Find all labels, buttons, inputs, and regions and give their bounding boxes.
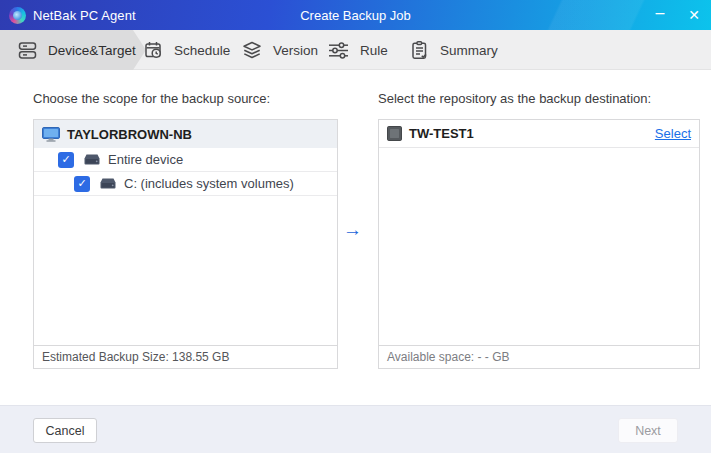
tab-label: Device&Target bbox=[48, 43, 136, 58]
summary-icon bbox=[408, 39, 431, 62]
estimated-backup-size: Estimated Backup Size: 138.55 GB bbox=[34, 345, 337, 368]
tab-label: Version bbox=[273, 43, 318, 58]
minimize-icon[interactable]: – bbox=[643, 0, 677, 30]
tab-rule[interactable]: Rule bbox=[326, 30, 388, 70]
entire-device-checkbox[interactable]: ✓ bbox=[58, 152, 74, 168]
tab-schedule[interactable]: Schedule bbox=[142, 30, 230, 70]
backup-destination-panel: TW-TEST1 Select Available space: - - GB bbox=[378, 119, 700, 369]
tree-row-c-volume[interactable]: ✓ C: (includes system volumes) bbox=[34, 172, 337, 196]
nas-icon bbox=[387, 126, 402, 141]
netbak-logo-icon bbox=[9, 7, 26, 24]
cancel-button[interactable]: Cancel bbox=[33, 418, 97, 443]
titlebar: NetBak PC Agent Create Backup Job – ✕ bbox=[0, 0, 711, 30]
rule-icon bbox=[326, 39, 351, 62]
drive-icon bbox=[84, 154, 100, 165]
device-target-icon bbox=[16, 39, 39, 62]
app-name: NetBak PC Agent bbox=[33, 8, 136, 23]
transfer-arrow-icon: → bbox=[343, 219, 362, 241]
source-device-name: TAYLORBROWN-NB bbox=[67, 127, 192, 142]
backup-source-panel: TAYLORBROWN-NB ✓ Entire device ✓ C: bbox=[33, 119, 338, 369]
tree-row-label: C: (includes system volumes) bbox=[124, 176, 294, 191]
source-panel-empty-area bbox=[34, 196, 337, 345]
tree-row-label: Entire device bbox=[108, 152, 183, 167]
available-space: Available space: - - GB bbox=[379, 345, 699, 368]
drive-icon bbox=[100, 178, 116, 189]
tree-row-entire-device[interactable]: ✓ Entire device bbox=[34, 148, 337, 172]
schedule-icon bbox=[142, 39, 165, 62]
c-volume-checkbox[interactable]: ✓ bbox=[74, 176, 90, 192]
version-icon bbox=[240, 39, 264, 62]
tab-version[interactable]: Version bbox=[240, 30, 318, 70]
action-bar: Cancel Next bbox=[0, 405, 711, 453]
destination-heading: Select the repository as the backup dest… bbox=[378, 91, 651, 106]
window-controls: – ✕ bbox=[643, 0, 711, 30]
main-content: Choose the scope for the backup source: … bbox=[0, 71, 711, 405]
tab-label: Schedule bbox=[174, 43, 230, 58]
wizard-step-bar: Device&Target Schedule bbox=[0, 30, 711, 70]
tab-label: Rule bbox=[360, 43, 388, 58]
select-repository-link[interactable]: Select bbox=[655, 126, 691, 141]
close-icon[interactable]: ✕ bbox=[677, 0, 711, 30]
source-device-row[interactable]: TAYLORBROWN-NB bbox=[34, 120, 337, 148]
destination-repository-name: TW-TEST1 bbox=[409, 126, 474, 141]
destination-panel-empty-area bbox=[379, 148, 699, 345]
netbak-window: NetBak PC Agent Create Backup Job – ✕ De… bbox=[0, 0, 711, 453]
source-heading: Choose the scope for the backup source: bbox=[33, 91, 270, 106]
tab-label: Summary bbox=[440, 43, 498, 58]
next-button[interactable]: Next bbox=[618, 418, 678, 443]
destination-repository-row[interactable]: TW-TEST1 Select bbox=[379, 120, 699, 148]
tab-device-target[interactable]: Device&Target bbox=[16, 30, 136, 70]
tab-summary[interactable]: Summary bbox=[408, 30, 498, 70]
computer-icon bbox=[42, 127, 60, 142]
